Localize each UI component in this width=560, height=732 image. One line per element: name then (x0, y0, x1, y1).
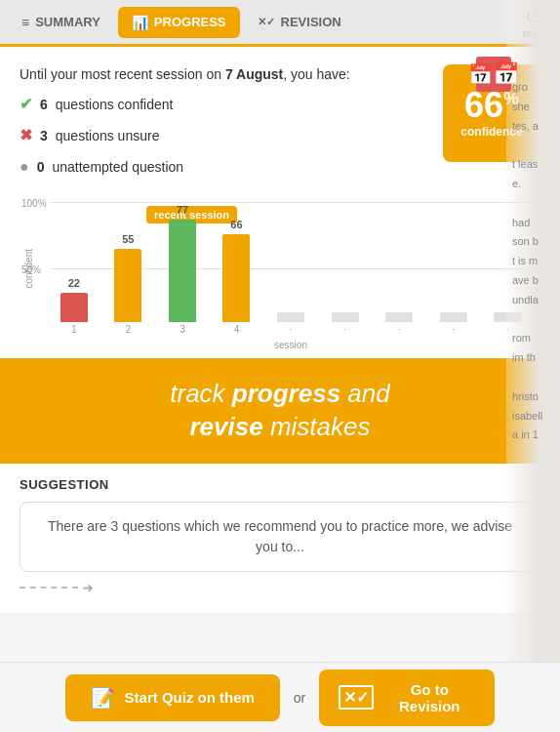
or-label: or (294, 690, 305, 706)
tab-revision[interactable]: ✕✓ REVISION (244, 7, 355, 37)
bar-group-2: 552 (105, 249, 152, 335)
x-axis-label: session (51, 340, 531, 350)
bar-value-3: 77 (177, 204, 188, 216)
bar-label-2: 2 (126, 324, 132, 335)
promo-highlight1: progress (232, 379, 340, 408)
bar-group-8: · (430, 312, 477, 335)
quiz-icon: 📝 (91, 686, 115, 710)
suggestion-title: SUGGESTION (20, 477, 540, 492)
bar-label-3: 3 (180, 324, 185, 335)
promo-text: track progress andrevise mistakes (170, 378, 389, 444)
suggestion-section: SUGGESTION There are 3 questions which w… (0, 464, 560, 613)
unsure-count: 3 (40, 126, 48, 146)
bar-group-5: · (267, 312, 314, 335)
revision-tab-label: REVISION (281, 15, 341, 29)
suggestion-text: There are 3 questions which we recommend… (48, 518, 512, 554)
bar-label-6: · (343, 324, 346, 335)
bar-value-4: 66 (230, 219, 242, 230)
stats-intro: Until your most recent session on (20, 66, 225, 82)
confidence-suffix: % (503, 89, 519, 108)
bar-group-3: 773 (159, 220, 206, 335)
quiz-label: Start Quiz on them (125, 689, 255, 706)
confident-count: 6 (40, 95, 48, 115)
x-icon: ✖ (20, 124, 32, 147)
go-to-revision-button[interactable]: ✕✓ Go to Revision (319, 670, 495, 726)
bar-group-4: 664 (214, 234, 260, 335)
bar-group-9: · (485, 312, 532, 335)
arrow-hint: ➜ (20, 580, 540, 599)
promo-line1: track progress andrevise mistakes (170, 379, 389, 441)
bar-label-5: · (290, 324, 293, 335)
reset-icon: ↺ (525, 5, 541, 28)
promo-highlight2: revise (189, 412, 262, 441)
calendar-tag: 📅 (476, 57, 511, 92)
grid-100: 100% (21, 198, 47, 209)
bar-label-9: · (506, 324, 509, 335)
confidence-label: confidence (460, 125, 522, 139)
bar-group-1: 221 (51, 293, 98, 335)
progress-icon: 📊 (132, 15, 148, 30)
bar-label-7: · (398, 324, 401, 335)
unsure-label: questions unsure (56, 126, 160, 146)
bar-group-7: · (376, 312, 422, 335)
tab-summary[interactable]: ≡ SUMMARY (8, 7, 114, 38)
start-quiz-button[interactable]: 📝 Start Quiz on them (65, 674, 280, 721)
stats-description: Until your most recent session on 7 Augu… (20, 64, 431, 179)
stats-intro2: , you have: (283, 66, 350, 82)
bar-label-4: 4 (234, 324, 240, 335)
unattempted-stat: ● 0 unattempted question (20, 155, 431, 179)
stats-date: 7 August (225, 66, 283, 82)
bar-label-8: · (452, 324, 455, 335)
tab-bar: ≡ SUMMARY 📊 PROGRESS ✕✓ REVISION ↺ reset (0, 0, 560, 47)
promo-banner: track progress andrevise mistakes (0, 358, 560, 464)
confidence-percent: 66% (464, 88, 519, 123)
y-axis-label: confident (23, 249, 34, 289)
tab-progress[interactable]: 📊 PROGRESS (118, 7, 240, 38)
revision-label: Go to Revision (383, 681, 475, 714)
unattempted-label: unattempted question (52, 157, 183, 178)
action-bar: 📝 Start Quiz on them or ✕✓ Go to Revisio… (0, 662, 560, 732)
revision-icon: ✕✓ (258, 16, 275, 28)
confident-stat: ✔ 6 questions confident (20, 93, 431, 116)
progress-tab-label: PROGRESS (154, 15, 226, 29)
bar-value-1: 22 (68, 277, 80, 289)
bar-group-6: · (322, 312, 369, 335)
check-icon: ✔ (20, 93, 32, 116)
help-icon[interactable]: ? (542, 35, 560, 57)
chart-area: recent session 100% 50% 221552773664····… (0, 188, 560, 358)
confident-label: questions confident (56, 95, 174, 115)
summary-icon: ≡ (21, 15, 29, 30)
dot-icon: ● (20, 155, 29, 179)
unattempted-count: 0 (37, 157, 45, 178)
summary-tab-label: SUMMARY (35, 15, 100, 29)
reset-label: reset (523, 28, 544, 39)
chart-bars: 221552773664····· (51, 202, 531, 335)
bar-value-2: 55 (122, 233, 134, 245)
bar-label-1: 1 (71, 324, 77, 335)
suggestion-box: There are 3 questions which we recommend… (20, 502, 540, 572)
revision-btn-icon: ✕✓ (339, 685, 374, 710)
unsure-stat: ✖ 3 questions unsure (20, 124, 431, 147)
arrow-icon: ➜ (82, 580, 94, 595)
